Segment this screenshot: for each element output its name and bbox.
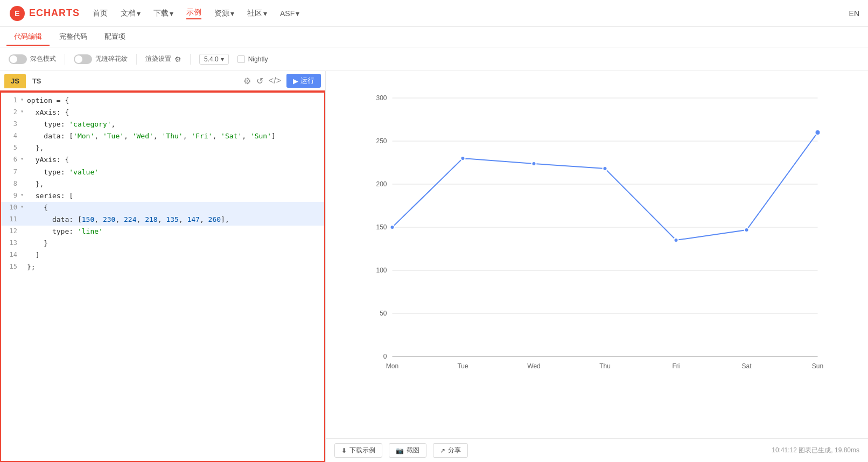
code-line-2: 2 ▾ xAxis: { <box>1 107 324 118</box>
seamless-toggle[interactable] <box>74 54 92 64</box>
code-line-10: 10 ▾ { <box>1 202 324 214</box>
svg-point-26 <box>532 162 536 166</box>
svg-point-30 <box>815 130 821 135</box>
code-line-11: 11 data: [150, 230, 224, 218, 135, 147, … <box>1 214 324 226</box>
divider-1 <box>65 54 65 65</box>
chevron-down-icon: ▾ <box>221 55 224 63</box>
code-toolbar-icons: ⚙ ↺ </> ▶ 运行 <box>243 74 321 88</box>
code-line-9: 9 ▾ series: [ <box>1 190 324 202</box>
svg-text:Fri: Fri <box>673 362 680 370</box>
code-line-12: 12 type: 'line' <box>1 226 324 237</box>
nightly-checkbox[interactable] <box>237 55 245 63</box>
render-settings-group: 渲染设置 ⚙ <box>145 54 181 64</box>
nav-lang[interactable]: EN <box>849 9 859 18</box>
dark-mode-toggle-group: 深色模式 <box>9 54 56 64</box>
screenshot-button[interactable]: 📷 截图 <box>389 443 426 458</box>
line-chart: 0 50 100 150 200 250 300 Mon Tue Wed Thu… <box>342 82 852 394</box>
tab-code-edit[interactable]: 代码编辑 <box>6 29 50 46</box>
share-icon: ↗ <box>440 447 445 454</box>
code-editor[interactable]: 1 ▾ option = { 2 ▾ xAxis: { 3 type: 'cat… <box>0 92 325 462</box>
tab-js[interactable]: JS <box>4 74 26 88</box>
svg-text:300: 300 <box>376 94 387 102</box>
svg-point-27 <box>603 166 607 171</box>
version-selector[interactable]: 5.4.0 ▾ <box>199 54 229 65</box>
right-panel: 0 50 100 150 200 250 300 Mon Tue Wed Thu… <box>326 71 868 462</box>
logo-text: ECHARTS <box>29 8 80 19</box>
svg-text:Wed: Wed <box>527 362 540 370</box>
svg-text:150: 150 <box>376 223 387 231</box>
code-line-4: 4 data: ['Mon', 'Tue', 'Wed', 'Thu', 'Fr… <box>1 130 324 142</box>
download-icon: ⬇ <box>341 447 347 454</box>
tab-config[interactable]: 配置项 <box>97 29 133 46</box>
code-line-5: 5 }, <box>1 142 324 154</box>
tab-ts[interactable]: TS <box>26 74 48 88</box>
svg-point-24 <box>390 225 395 229</box>
code-tabs: JS TS ⚙ ↺ </> ▶ 运行 <box>0 71 325 92</box>
camera-icon: 📷 <box>396 447 404 454</box>
status-text: 10:41:12 图表已生成, 19.80ms <box>772 446 859 455</box>
nav-examples[interactable]: 示例 <box>186 8 201 19</box>
nightly-label: Nightly <box>248 55 268 63</box>
svg-text:250: 250 <box>376 137 387 145</box>
expand-icon[interactable]: </> <box>269 76 281 86</box>
share-button[interactable]: ↗ 分享 <box>433 443 468 458</box>
bottom-bar: ⬇ 下载示例 📷 截图 ↗ 分享 10:41:12 图表已生成, 19.80ms <box>326 438 868 462</box>
seamless-label: 无缝碎花纹 <box>95 54 128 64</box>
divider-3 <box>190 54 191 65</box>
svg-text:E: E <box>15 9 19 18</box>
download-button[interactable]: ⬇ 下载示例 <box>334 443 382 458</box>
code-line-14: 14 ] <box>1 249 324 261</box>
code-line-1: 1 ▾ option = { <box>1 95 324 107</box>
svg-text:Thu: Thu <box>599 362 611 370</box>
version-label: 5.4.0 <box>204 55 219 63</box>
run-icon: ▶ <box>293 77 298 85</box>
left-panel: JS TS ⚙ ↺ </> ▶ 运行 1 ▾ option = { 2 <box>0 71 326 462</box>
main-layout: JS TS ⚙ ↺ </> ▶ 运行 1 ▾ option = { 2 <box>0 71 868 462</box>
code-line-13: 13 } <box>1 237 324 249</box>
code-line-8: 8 }, <box>1 178 324 190</box>
code-line-3: 3 type: 'category', <box>1 118 324 130</box>
divider-2 <box>136 54 137 65</box>
settings-icon[interactable]: ⚙ <box>243 76 251 86</box>
nav-docs[interactable]: 文档 ▾ <box>121 9 141 18</box>
svg-text:Sun: Sun <box>812 362 823 370</box>
svg-text:50: 50 <box>380 310 387 317</box>
render-label: 渲染设置 <box>145 54 171 64</box>
code-line-15: 15 }; <box>1 261 324 273</box>
svg-point-28 <box>674 238 678 242</box>
nav-resources[interactable]: 资源 ▾ <box>214 9 234 18</box>
toolbar: 代码编辑 完整代码 配置项 <box>0 27 868 47</box>
nav-community[interactable]: 社区 ▾ <box>247 9 267 18</box>
dark-mode-toggle[interactable] <box>9 54 27 64</box>
tab-full-code[interactable]: 完整代码 <box>52 29 95 46</box>
svg-text:Sat: Sat <box>741 362 752 370</box>
svg-text:200: 200 <box>376 180 387 188</box>
nav-download[interactable]: 下载 ▾ <box>153 9 173 18</box>
svg-point-25 <box>461 156 465 160</box>
code-line-6: 6 ▾ yAxis: { <box>1 154 324 166</box>
settings-bar: 深色模式 无缝碎花纹 渲染设置 ⚙ 5.4.0 ▾ Nightly <box>0 47 868 71</box>
svg-text:100: 100 <box>376 267 387 274</box>
logo[interactable]: E ECHARTS <box>9 5 80 22</box>
chart-area: 0 50 100 150 200 250 300 Mon Tue Wed Thu… <box>326 71 868 438</box>
svg-text:0: 0 <box>383 353 387 360</box>
reset-icon[interactable]: ↺ <box>256 76 263 86</box>
gear-icon[interactable]: ⚙ <box>174 55 181 64</box>
nav-home[interactable]: 首页 <box>93 9 108 18</box>
svg-text:Tue: Tue <box>457 362 468 370</box>
nav-asf[interactable]: ASF ▾ <box>280 9 299 18</box>
logo-icon: E <box>9 5 26 22</box>
nightly-group: Nightly <box>237 55 268 63</box>
svg-text:Mon: Mon <box>386 362 398 370</box>
svg-point-29 <box>745 228 749 232</box>
dark-mode-label: 深色模式 <box>30 54 56 64</box>
bottom-actions: ⬇ 下载示例 📷 截图 ↗ 分享 <box>334 443 468 458</box>
navbar: E ECHARTS 首页 文档 ▾ 下载 ▾ 示例 资源 ▾ 社区 ▾ ASF … <box>0 0 868 27</box>
run-button[interactable]: ▶ 运行 <box>286 74 321 88</box>
code-line-7: 7 type: 'value' <box>1 166 324 178</box>
seamless-toggle-group: 无缝碎花纹 <box>74 54 128 64</box>
